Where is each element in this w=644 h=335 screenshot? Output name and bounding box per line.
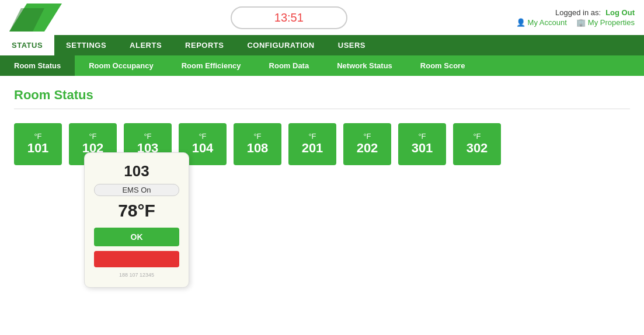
popup-temperature: 78°F <box>94 201 179 221</box>
room-104-number: 104 <box>192 141 214 156</box>
account-row: 👤 My Account 🏢 My Properties <box>516 18 635 27</box>
nav-item-users[interactable]: USERS <box>326 35 377 55</box>
room-card-201[interactable]: °F 201 <box>288 123 336 165</box>
sub-item-room-occupancy[interactable]: Room Occupancy <box>75 55 168 76</box>
popup-room-number: 103 <box>94 162 179 180</box>
ems-badge: EMS On <box>94 184 179 196</box>
room-108-number: 108 <box>247 141 269 156</box>
room-202-unit: °F <box>363 132 371 141</box>
nav-item-status[interactable]: STATUS <box>0 35 54 55</box>
room-card-202[interactable]: °F 202 <box>343 123 391 165</box>
nav-item-settings[interactable]: SETTINGS <box>54 35 118 55</box>
popup-ok-button[interactable]: OK <box>94 228 179 246</box>
nav-item-alerts[interactable]: ALERTS <box>118 35 173 55</box>
clock-time: 13:51 <box>274 11 304 24</box>
login-row: Logged in as: Log Out <box>555 8 635 17</box>
logout-link[interactable]: Log Out <box>605 8 635 17</box>
logo-area <box>9 4 62 32</box>
sub-item-network-status[interactable]: Network Status <box>323 55 406 76</box>
popup-footer: 188 107 12345 <box>94 272 179 278</box>
room-202-number: 202 <box>357 141 378 156</box>
sub-item-room-data[interactable]: Room Data <box>255 55 323 76</box>
room-card-301[interactable]: °F 301 <box>398 123 446 165</box>
room-104-unit: °F <box>199 132 206 141</box>
room-101-number: 101 <box>27 141 49 156</box>
room-card-108[interactable]: °F 108 <box>234 123 281 165</box>
clock-area: 13:51 <box>62 6 516 29</box>
popup-red-bar[interactable] <box>94 251 179 267</box>
room-102-unit: °F <box>89 132 96 141</box>
sub-item-room-efficiency[interactable]: Room Efficiency <box>168 55 255 76</box>
sub-nav: Room Status Room Occupancy Room Efficien… <box>0 55 644 76</box>
room-302-number: 302 <box>467 141 488 156</box>
top-bar: 13:51 Logged in as: Log Out 👤 My Account… <box>0 0 644 35</box>
properties-icon: 🏢 <box>576 18 586 27</box>
room-108-unit: °F <box>253 132 261 141</box>
room-card-101[interactable]: °F 101 <box>14 123 62 165</box>
sub-item-room-score[interactable]: Room Score <box>406 55 479 76</box>
my-properties-link[interactable]: 🏢 My Properties <box>576 18 635 27</box>
room-301-number: 301 <box>412 141 433 156</box>
room-101-unit: °F <box>34 132 41 141</box>
room-302-unit: °F <box>473 132 481 141</box>
page-content: Room Status °F 101 °F 102 °F 103 °F 104 … <box>0 76 644 177</box>
account-icon: 👤 <box>516 18 525 27</box>
clock-display: 13:51 <box>231 6 347 29</box>
sub-item-room-status[interactable]: Room Status <box>0 55 75 76</box>
room-301-unit: °F <box>418 132 426 141</box>
room-201-unit: °F <box>308 132 316 141</box>
logo-icon <box>9 4 62 32</box>
nav-item-reports[interactable]: REPORTS <box>173 35 235 55</box>
room-grid: °F 101 °F 102 °F 103 °F 104 °F 108 °F 20… <box>14 123 630 165</box>
room-201-number: 201 <box>302 141 323 156</box>
user-area: Logged in as: Log Out 👤 My Account 🏢 My … <box>516 8 635 27</box>
room-card-302[interactable]: °F 302 <box>453 123 501 165</box>
main-nav: STATUS SETTINGS ALERTS REPORTS CONFIGURA… <box>0 35 644 55</box>
my-account-link[interactable]: 👤 My Account <box>516 18 567 27</box>
room-103-unit: °F <box>144 132 151 141</box>
page-title: Room Status <box>14 88 630 109</box>
logged-in-label: Logged in as: <box>555 8 601 17</box>
nav-item-configuration[interactable]: CONFIGURATION <box>235 35 326 55</box>
room-popup-103: 103 EMS On 78°F OK 188 107 12345 <box>84 152 189 288</box>
